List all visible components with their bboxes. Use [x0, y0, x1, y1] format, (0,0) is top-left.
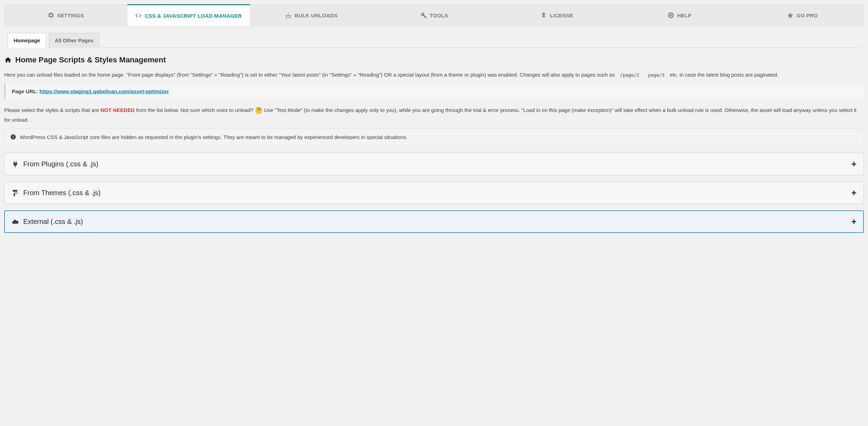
main-tabs: SETTINGS CSS & JAVASCRIPT LOAD MANAGER B… [4, 4, 864, 26]
tab-label: SETTINGS [57, 12, 84, 18]
paint-icon [11, 189, 19, 197]
page-title: Home Page Scripts & Styles Management [15, 55, 166, 64]
sub-tab-label: All Other Pages [55, 37, 94, 43]
code-sample: page/3 [645, 72, 667, 78]
page-url-label: Page URL: [12, 88, 38, 94]
code-icon [135, 12, 142, 19]
tab-label: CSS & JAVASCRIPT LOAD MANAGER [145, 13, 242, 19]
info-notice: WordPress CSS & JavaScript core files ar… [4, 129, 864, 145]
thinking-emoji-icon: 🤔 [255, 107, 263, 114]
tab-load-manager[interactable]: CSS & JAVASCRIPT LOAD MANAGER [127, 4, 250, 26]
accordion-themes[interactable]: From Themes (.css & .js) + [4, 182, 864, 204]
tab-help[interactable]: HELP [618, 5, 741, 26]
sitemap-icon [285, 12, 292, 19]
not-needed-label: NOT NEEDED [101, 107, 135, 113]
expand-icon: + [851, 188, 857, 198]
svg-rect-3 [13, 136, 14, 136]
wrench-icon [420, 12, 427, 19]
cloud-icon [11, 218, 19, 226]
tab-settings[interactable]: SETTINGS [5, 5, 127, 26]
tab-label: BULK UNLOADS [295, 12, 338, 18]
tab-label: HELP [677, 12, 691, 18]
tab-tools[interactable]: TOOLS [373, 5, 496, 26]
tab-label: LICENSE [550, 12, 573, 18]
code-sample: /page/2 [617, 72, 642, 78]
accordion-external[interactable]: External (.css & .js) + [4, 210, 864, 233]
tab-license[interactable]: LICENSE [495, 5, 618, 26]
home-icon [4, 56, 12, 64]
expand-icon: + [851, 216, 857, 227]
info-text: WordPress CSS & JavaScript core files ar… [20, 134, 408, 140]
svg-rect-2 [13, 137, 14, 138]
accordion-title: From Themes (.css & .js) [23, 189, 101, 197]
description-2: Please select the styles & scripts that … [4, 106, 864, 124]
accordion-plugins[interactable]: From Plugins (.css & .js) + [4, 153, 864, 175]
tab-go-pro[interactable]: GO PRO [741, 5, 863, 26]
lifebuoy-icon [667, 12, 674, 19]
sub-tab-homepage[interactable]: Homepage [8, 33, 46, 48]
tab-label: TOOLS [430, 12, 448, 18]
sub-tabs: Homepage All Other Pages [8, 33, 860, 48]
accordion-title: From Plugins (.css & .js) [23, 160, 99, 168]
svg-point-0 [542, 13, 545, 16]
page-url-link[interactable]: https://www.staging1.gabelivan.com/asset… [40, 88, 169, 94]
page-heading: Home Page Scripts & Styles Management [4, 55, 864, 64]
info-icon [10, 134, 16, 140]
sub-tab-label: Homepage [14, 37, 40, 43]
expand-icon: + [851, 159, 857, 169]
star-icon [787, 12, 794, 19]
description-1: Here you can unload files loaded on the … [4, 71, 864, 79]
gear-icon [48, 12, 54, 19]
plug-icon [11, 160, 19, 168]
sub-tab-all-other[interactable]: All Other Pages [49, 33, 100, 48]
tab-label: GO PRO [797, 12, 818, 18]
award-icon [540, 12, 547, 19]
tab-bulk-unloads[interactable]: BULK UNLOADS [250, 5, 373, 26]
accordion-title: External (.css & .js) [23, 218, 83, 226]
page-url-box: Page URL: https://www.staging1.gabelivan… [4, 84, 864, 99]
